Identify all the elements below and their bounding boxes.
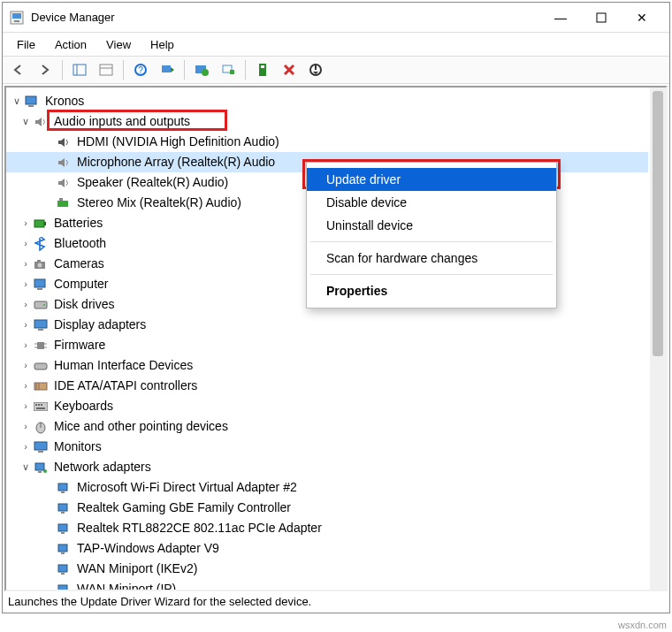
svg-rect-48 [41,404,42,406]
enable-device-button[interactable] [250,59,275,80]
device-realtek-gbe[interactable]: Realtek Gaming GbE Family Controller [6,498,648,518]
svg-rect-41 [34,363,47,369]
category-audio[interactable]: ∨ Audio inputs and outputs [6,111,648,132]
expand-icon[interactable]: › [19,213,33,233]
device-label: WAN Miniport (IKEv2) [75,559,199,579]
svg-rect-10 [162,65,171,72]
expand-icon[interactable]: › [19,315,33,335]
uninstall-device-button[interactable] [277,59,302,80]
network-adapter-icon [56,521,72,537]
menu-help[interactable]: Help [141,36,183,53]
scan-hardware-button[interactable] [155,59,179,80]
expand-icon[interactable]: › [19,396,33,416]
category-firmware[interactable]: ›Firmware [6,335,648,355]
category-mice[interactable]: ›Mice and other pointing devices [6,416,648,437]
network-icon [33,460,49,476]
category-label: Human Interface Devices [52,355,195,376]
category-label: Disk drives [52,294,116,315]
disable-device-button[interactable] [303,59,328,80]
expand-icon[interactable]: › [19,254,33,274]
close-button[interactable]: ✕ [622,3,662,33]
collapse-icon[interactable]: ∨ [19,457,33,477]
display-icon [33,317,49,333]
speaker-icon [56,155,72,171]
svg-rect-62 [61,532,65,534]
device-wan-ikev2[interactable]: WAN Miniport (IKEv2) [6,559,648,579]
svg-text:?: ? [138,65,143,75]
vertical-scrollbar[interactable] [650,88,666,590]
expand-icon[interactable]: › [19,335,33,355]
device-hdmi-audio[interactable]: HDMI (NVIDIA High Definition Audio) [6,132,648,152]
menu-action[interactable]: Action [46,36,95,53]
category-monitors[interactable]: ›Monitors [6,437,648,457]
svg-point-33 [43,304,45,306]
device-label: WAN Miniport (IP) [75,579,178,590]
show-hide-tree-button[interactable] [67,59,92,80]
svg-rect-24 [59,198,63,201]
svg-rect-67 [58,585,67,590]
network-adapter-icon [56,480,72,496]
menu-file[interactable]: File [8,36,44,53]
svg-rect-3 [597,13,606,22]
category-ide[interactable]: ›IDE ATA/ATAPI controllers [6,376,648,396]
expand-icon[interactable]: › [19,437,33,457]
svg-rect-45 [34,402,48,411]
ctx-uninstall-device[interactable]: Uninstall device [307,214,556,237]
device-label: Microphone Array (Realtek(R) Audio [75,152,277,172]
svg-rect-31 [37,288,42,290]
menu-view[interactable]: View [97,36,140,53]
collapse-icon[interactable]: ∨ [10,91,24,111]
category-label: Monitors [52,437,103,457]
back-button[interactable] [6,59,31,80]
app-icon [10,11,24,25]
svg-rect-14 [230,70,234,74]
context-menu: Update driver Disable device Uninstall d… [306,162,557,308]
maximize-button[interactable] [581,3,622,33]
scrollbar-thumb[interactable] [653,91,663,356]
device-realtek-wifi[interactable]: Realtek RTL8822CE 802.11ac PCIe Adapter [6,518,648,538]
speaker-icon [56,134,72,150]
device-tap-windows[interactable]: TAP-Windows Adapter V9 [6,538,648,559]
svg-rect-1 [12,13,21,19]
category-label: Bluetooth [52,233,108,254]
status-text: Launches the Update Driver Wizard for th… [8,595,311,608]
category-keyboards[interactable]: ›Keyboards [6,396,648,416]
expand-icon[interactable]: › [19,416,33,437]
expand-icon[interactable]: › [19,355,33,376]
category-label: Batteries [52,213,104,233]
category-hid[interactable]: ›Human Interface Devices [6,355,648,376]
device-wifi-direct[interactable]: Microsoft Wi-Fi Direct Virtual Adapter #… [6,477,648,498]
device-label: TAP-Windows Adapter V9 [75,538,221,559]
category-display-adapters[interactable]: ›Display adapters [6,315,648,335]
expand-icon[interactable]: › [19,294,33,315]
minimize-button[interactable]: — [540,3,581,33]
svg-rect-63 [58,544,67,552]
help-button[interactable]: ? [128,59,153,80]
category-label: Mice and other pointing devices [52,416,230,437]
ide-icon [33,378,49,394]
svg-rect-64 [61,552,65,554]
root-node[interactable]: ∨ Kronos [6,91,648,111]
ctx-scan-hardware[interactable]: Scan for hardware changes [307,247,556,270]
forward-button[interactable] [33,59,57,80]
ctx-properties[interactable]: Properties [307,279,556,302]
ctx-disable-device[interactable]: Disable device [307,191,556,214]
svg-rect-21 [26,96,36,104]
device-label: HDMI (NVIDIA High Definition Audio) [75,132,281,152]
category-label: Computer [52,274,110,294]
update-driver-button[interactable] [189,59,214,80]
add-legacy-button[interactable] [216,59,241,80]
expand-icon[interactable]: › [19,376,33,396]
expand-icon[interactable]: › [19,233,33,254]
keyboard-icon [33,399,49,415]
properties-button[interactable] [94,59,118,80]
collapse-icon[interactable]: ∨ [19,111,33,132]
ctx-update-driver[interactable]: Update driver [307,168,556,191]
category-network[interactable]: ∨Network adapters [6,457,648,477]
device-label: Stereo Mix (Realtek(R) Audio) [75,193,243,213]
camera-icon [33,256,49,272]
device-label: Microsoft Wi-Fi Direct Virtual Adapter #… [75,477,299,498]
svg-rect-26 [44,222,46,225]
device-wan-ip[interactable]: WAN Miniport (IP) [6,579,648,590]
expand-icon[interactable]: › [19,274,33,294]
